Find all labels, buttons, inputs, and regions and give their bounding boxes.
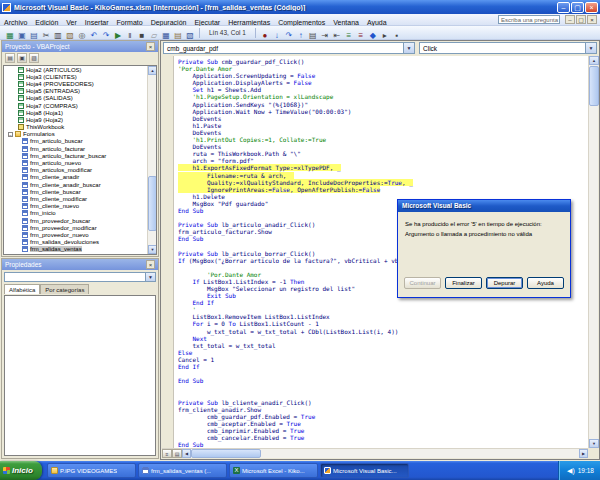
taskbar-item-microsoft-visual-basic-[interactable]: Microsoft Visual Basic...: [320, 463, 409, 478]
code-line[interactable]: frm_cliente_anadir.Show: [178, 406, 588, 413]
tree-item-frm_articulo_buscar[interactable]: frm_articulo_buscar: [4, 138, 147, 145]
code-line[interactable]: End If: [178, 299, 588, 306]
tree-item-formularios[interactable]: −Formularios: [4, 131, 147, 138]
scroll-thumb[interactable]: [148, 176, 157, 231]
view-object-icon[interactable]: ▣: [17, 53, 27, 63]
ask-question-box[interactable]: Escriba una pregunta ▼: [498, 15, 560, 24]
tree-item-frm_cliente_anadir_buscar[interactable]: frm_cliente_anadir_buscar: [4, 181, 147, 188]
tree-item-hoja6-salidas-[interactable]: Hoja6 (SALIDAS): [4, 95, 147, 102]
scroll-down-icon[interactable]: ▼: [589, 439, 599, 448]
procedure-view-icon[interactable]: ≡: [162, 449, 172, 458]
tab-categorized[interactable]: Por categorías: [40, 284, 89, 294]
toggle-folders-icon[interactable]: ▨: [29, 53, 39, 63]
procedure-dropdown[interactable]: Click ▼: [419, 42, 597, 54]
properties-panel-header[interactable]: Propiedades ×: [2, 259, 158, 270]
code-line[interactable]: Private Sub cmb_guardar_pdf_Click(): [178, 58, 588, 65]
child-minimize-button[interactable]: –: [565, 15, 575, 24]
code-line[interactable]: End Sub: [178, 441, 588, 448]
chevron-down-icon[interactable]: ▼: [403, 43, 414, 53]
tree-item-thisworkbook[interactable]: ThisWorkbook: [4, 124, 147, 131]
child-restore-button[interactable]: ▢: [576, 15, 586, 24]
object-dropdown[interactable]: cmb_guardar_pdf ▼: [163, 42, 415, 54]
chevron-down-icon[interactable]: ▼: [585, 43, 596, 53]
taskbar-item-microsoft-excel-kiko-[interactable]: XMicrosoft Excel - Kiko...: [229, 463, 318, 478]
tree-item-hoja4-proveedores-[interactable]: Hoja4 (PROVEEDORES): [4, 80, 147, 87]
close-icon[interactable]: ×: [146, 42, 155, 51]
code-line[interactable]: ruta = ThisWorkbook.Path & "\": [178, 150, 588, 157]
code-line[interactable]: Quality:=xlQualityStandard, IncludeDocPr…: [178, 179, 588, 186]
code-margin-indicator-bar[interactable]: [162, 56, 174, 448]
code-line[interactable]: cmb_imprimir.Enabled = True: [178, 427, 588, 434]
tree-item-frm_cliente_modificar[interactable]: frm_cliente_modificar: [4, 195, 147, 202]
code-vertical-scrollbar[interactable]: ▲ ▼: [588, 56, 598, 448]
code-line[interactable]: Application.Wait Now + TimeValue("00:00:…: [178, 108, 588, 115]
project-panel-header[interactable]: Proyecto - VBAProject ×: [2, 41, 158, 52]
code-line[interactable]: Application.SendKeys "(%{1068})": [178, 101, 588, 108]
tree-item-hoja7-compras-[interactable]: Hoja7 (COMPRAS): [4, 102, 147, 109]
code-line[interactable]: DoEvents: [178, 115, 588, 122]
code-line[interactable]: cmb_aceptar.Enabled = True: [178, 420, 588, 427]
code-line[interactable]: arch = "form.pdf": [178, 157, 588, 164]
tree-item-frm_articulo_facturar[interactable]: frm_articulo_facturar: [4, 145, 147, 152]
code-line[interactable]: Next: [178, 335, 588, 342]
tree-item-frm_proveedor_nuevo[interactable]: frm_proveedor_nuevo: [4, 231, 147, 238]
scroll-thumb[interactable]: [589, 66, 599, 106]
tree-item-frm_articulo_nuevo[interactable]: frm_articulo_nuevo: [4, 159, 147, 166]
close-icon[interactable]: ×: [146, 260, 155, 269]
code-line[interactable]: ListBox1.RemoveItem ListBox1.ListIndex: [178, 313, 588, 320]
scroll-up-icon[interactable]: ▲: [589, 56, 599, 65]
taskbar-item-frm_salidas_ventas-[interactable]: frm_salidas_ventas (...: [138, 463, 227, 478]
tree-item-frm_articulos_modificar[interactable]: frm_articulos_modificar: [4, 167, 147, 174]
code-line[interactable]: h1.Paste: [178, 122, 588, 129]
close-button[interactable]: ×: [585, 2, 598, 13]
tree-item-frm_inicio[interactable]: frm_inicio: [4, 210, 147, 217]
properties-object-combo[interactable]: ▼: [4, 272, 156, 282]
scroll-left-icon[interactable]: ◀: [182, 449, 191, 458]
code-line[interactable]: w_txt_total = w_txt_total + CDbl(ListBox…: [178, 328, 588, 335]
code-line[interactable]: DoEvents: [178, 129, 588, 136]
tree-item-frm_articulo_facturar_buscar[interactable]: frm_articulo_facturar_buscar: [4, 152, 147, 159]
tree-item-frm_salidas_devoluciones[interactable]: frm_salidas_devoluciones: [4, 239, 147, 246]
depurar-button[interactable]: Depurar: [486, 277, 523, 289]
scroll-up-icon[interactable]: ▲: [148, 66, 157, 75]
taskbar-item-p-ipg-videogames[interactable]: P.IPG VIDEOGAMES: [47, 463, 136, 478]
restore-button[interactable]: ▢: [571, 2, 584, 13]
start-button[interactable]: Inicio: [0, 461, 42, 480]
code-horizontal-scrollbar[interactable]: ≡ ▤ ◀ ▶: [162, 448, 588, 458]
tree-item-frm_cliente_nuevo[interactable]: frm_cliente_nuevo: [4, 203, 147, 210]
ayuda-button[interactable]: Ayuda: [527, 277, 564, 289]
code-line[interactable]: 'h1.PageSetup.Orientation = xlLandscape: [178, 93, 588, 100]
scroll-down-icon[interactable]: ▼: [148, 245, 157, 254]
code-line[interactable]: ': [178, 306, 588, 313]
child-close-button[interactable]: ×: [587, 15, 597, 24]
tree-item-hoja5-entradas-[interactable]: Hoja5 (ENTRADAS): [4, 88, 147, 95]
code-line[interactable]: Set h1 = Sheets.Add: [178, 86, 588, 93]
scroll-thumb[interactable]: [191, 449, 261, 458]
volume-icon[interactable]: ◀): [567, 467, 575, 475]
code-line[interactable]: Application.DisplayAlerts = False: [178, 79, 588, 86]
full-module-view-icon[interactable]: ▤: [172, 449, 182, 458]
view-code-icon[interactable]: ▤: [5, 53, 15, 63]
code-line[interactable]: End Sub: [178, 377, 588, 384]
code-line[interactable]: Else: [178, 349, 588, 356]
chevron-down-icon[interactable]: ▼: [145, 273, 155, 281]
tree-item-hoja3-clientes-[interactable]: Hoja3 (CLIENTES): [4, 73, 147, 80]
minimize-button[interactable]: –: [557, 2, 570, 13]
code-line[interactable]: 'h1.PrintOut Copies:=1, Collate:=True: [178, 136, 588, 143]
tree-item-frm_proveedor_buscar[interactable]: frm_proveedor_buscar: [4, 217, 147, 224]
tree-item-frm_cliente_anadir[interactable]: frm_cliente_anadir: [4, 174, 147, 181]
code-line[interactable]: Application.ScreenUpdating = False: [178, 72, 588, 79]
collapse-icon[interactable]: −: [8, 132, 13, 137]
code-line[interactable]: Private Sub lb_cliente_anadir_Click(): [178, 399, 588, 406]
tree-item-frm_cliente_buscar[interactable]: frm_cliente_buscar: [4, 188, 147, 195]
code-line[interactable]: [178, 370, 588, 377]
code-line[interactable]: Cancel = 1: [178, 356, 588, 363]
code-line[interactable]: End If: [178, 363, 588, 370]
tree-item-hoja2-articulos-[interactable]: Hoja2 (ARTICULOS): [4, 66, 147, 73]
tree-item-frm_proveedor_modificar[interactable]: frm_proveedor_modificar: [4, 224, 147, 231]
scroll-right-icon[interactable]: ▶: [579, 449, 588, 458]
project-tree-scrollbar[interactable]: ▲ ▼: [147, 66, 156, 254]
tree-item-frm_salidas_ventas[interactable]: frm_salidas_ventas: [4, 246, 147, 253]
finalizar-button[interactable]: Finalizar: [445, 277, 482, 289]
code-line[interactable]: txt_total = w_txt_total: [178, 342, 588, 349]
